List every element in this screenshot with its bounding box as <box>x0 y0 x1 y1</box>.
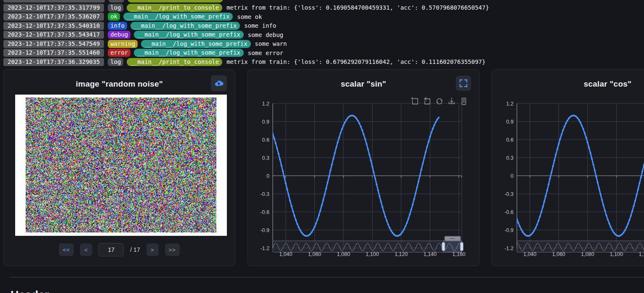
svg-text:-0.9: -0.9 <box>504 227 514 233</box>
svg-text:-1.2: -1.2 <box>504 245 514 251</box>
image-pagination: << < / 17 > >> <box>4 243 235 256</box>
datazoom-slider[interactable] <box>517 236 644 252</box>
first-page-button[interactable]: << <box>59 243 74 256</box>
datazoom-handle-left[interactable] <box>442 243 445 251</box>
svg-text:1,040: 1,040 <box>523 251 536 257</box>
download-image-button[interactable] <box>211 75 227 91</box>
log-source-badge: __main__/log_with_some_prefix <box>123 13 233 21</box>
log-message: some error <box>248 50 283 56</box>
svg-text:0.6: 0.6 <box>262 137 269 143</box>
log-console: 2023-12-10T17:37:35.317799 log __main__/… <box>3 0 644 66</box>
random-noise-image <box>26 98 216 232</box>
log-row <box>3 0 644 3</box>
log-level-badge: warning <box>108 40 138 48</box>
svg-text:1,120: 1,120 <box>639 251 644 257</box>
markdown-heading: Header <box>11 289 49 293</box>
svg-text:1,100: 1,100 <box>610 251 623 257</box>
log-row: 2023-12-10T17:37:35.540310 info __main__… <box>3 21 644 31</box>
svg-text:-0.6: -0.6 <box>260 209 269 215</box>
svg-text:1,060: 1,060 <box>552 251 565 257</box>
log-source-badge: __main__/log_with_some_prefix <box>134 49 243 57</box>
svg-text:-0.3: -0.3 <box>504 191 514 197</box>
svg-text:0.6: 0.6 <box>506 137 514 143</box>
svg-text:1,120: 1,120 <box>394 251 407 257</box>
cos-chart: 1.20.90.60.30-0.3-0.6-0.9-1.21,0401,0601… <box>492 70 644 267</box>
svg-text:0: 0 <box>511 173 514 179</box>
svg-text:-1.2: -1.2 <box>260 245 269 251</box>
log-row: 2023-12-10T17:37:36.329035 log __main__/… <box>3 58 644 67</box>
image-card-title: image "random noise" <box>4 79 235 89</box>
prev-page-button[interactable]: < <box>80 243 92 256</box>
svg-text:1.2: 1.2 <box>262 101 269 107</box>
sin-chart: 1.20.90.60.30-0.3-0.6-0.9-1.21,0401,0601… <box>248 70 480 267</box>
scalar-cos-card: scalar "cos" 1.20.90.60.30-0.3-0.6-0.9-1… <box>492 69 644 266</box>
log-level-badge: info <box>108 22 127 30</box>
svg-text:-0.6: -0.6 <box>504 209 514 215</box>
svg-text:-0.3: -0.3 <box>260 191 269 197</box>
save-image-icon[interactable] <box>449 98 455 104</box>
log-level-badge: log <box>108 58 123 66</box>
next-page-button[interactable]: > <box>146 243 159 256</box>
scalar-sin-card: scalar "sin" 1.20.90.60.30-0.3-0.6-0.9-1… <box>247 69 479 266</box>
data-view-icon[interactable] <box>462 98 466 105</box>
log-timestamp: 2023-12-10T17:37:35.540310 <box>3 22 104 30</box>
svg-text:0.3: 0.3 <box>262 155 269 161</box>
log-timestamp <box>3 0 105 3</box>
log-source-badge: __main__/print_to_console <box>127 58 222 66</box>
svg-text:0.3: 0.3 <box>506 155 514 161</box>
svg-text:1,140: 1,140 <box>423 251 436 257</box>
log-timestamp: 2023-12-10T17:37:36.329035 <box>3 58 104 66</box>
log-row: 2023-12-10T17:37:35.547549 warning __mai… <box>3 40 644 49</box>
page-number-input[interactable] <box>98 243 124 256</box>
log-message: some debug <box>248 32 283 38</box>
y-axis-labels: 1.20.90.60.30-0.3-0.6-0.9-1.2 <box>504 101 514 251</box>
log-source-badge: __main__/log_with_some_prefix <box>134 31 243 39</box>
log-source-badge: __main__/print_to_console <box>127 4 222 12</box>
svg-text:0.9: 0.9 <box>262 119 269 125</box>
datazoom-window[interactable] <box>443 241 462 252</box>
svg-text:1,040: 1,040 <box>279 251 292 257</box>
log-message: some info <box>244 22 276 29</box>
zoom-reset-icon[interactable] <box>425 98 430 104</box>
log-message: metrix from train: {'loss': 0.6796292079… <box>226 58 485 65</box>
log-level-badge: error <box>108 49 130 57</box>
log-timestamp: 2023-12-10T17:37:35.543417 <box>3 31 104 39</box>
last-page-button[interactable]: >> <box>165 243 180 256</box>
svg-text:1,080: 1,080 <box>581 251 594 257</box>
svg-text:1,060: 1,060 <box>308 251 321 257</box>
log-timestamp: 2023-12-10T17:37:35.536207 <box>3 13 104 21</box>
svg-text:0.9: 0.9 <box>506 119 514 125</box>
datazoom-slider[interactable] <box>273 236 463 252</box>
log-level-badge: ok <box>108 13 120 21</box>
svg-text:1.2: 1.2 <box>506 101 514 107</box>
log-row: 2023-12-10T17:37:35.536207 ok __main__/l… <box>3 12 644 21</box>
log-level-badge: log <box>108 4 123 12</box>
log-row: 2023-12-10T17:37:35.551460 error __main_… <box>3 48 644 58</box>
svg-text:1,080: 1,080 <box>337 251 350 257</box>
log-message: some ok <box>237 13 262 20</box>
restore-icon[interactable] <box>437 99 442 104</box>
log-row: 2023-12-10T17:37:35.317799 log __main__/… <box>3 3 644 13</box>
datazoom-handle-right[interactable] <box>460 243 463 251</box>
section-divider <box>10 277 644 277</box>
svg-text:1,100: 1,100 <box>366 251 379 257</box>
log-message: some warn <box>255 40 287 47</box>
log-row: 2023-12-10T17:37:35.543417 debug __main_… <box>3 30 644 40</box>
image-figure <box>15 95 227 236</box>
log-timestamp: 2023-12-10T17:37:35.547549 <box>3 40 104 48</box>
log-source-badge: __main__/log_with_some_prefix <box>130 22 240 30</box>
svg-text:-0.9: -0.9 <box>260 227 269 233</box>
page-total-label: / 17 <box>130 246 140 253</box>
log-timestamp: 2023-12-10T17:37:35.551460 <box>3 49 104 57</box>
log-level-badge <box>109 0 124 3</box>
box-zoom-icon[interactable] <box>411 98 418 104</box>
log-source-badge: __main__/log_with_some_prefix <box>141 40 250 48</box>
svg-text:1,160: 1,160 <box>452 251 466 257</box>
image-card: image "random noise" << < / 17 > >> <box>3 69 235 266</box>
y-axis-labels: 1.20.90.60.30-0.3-0.6-0.9-1.2 <box>260 101 269 251</box>
log-timestamp: 2023-12-10T17:37:35.317799 <box>3 4 104 12</box>
log-message: metrix from train: {'loss': 0.1690584700… <box>226 4 489 11</box>
cloud-download-icon <box>214 78 224 88</box>
svg-text:0: 0 <box>266 173 269 179</box>
log-level-badge: debug <box>108 31 130 39</box>
